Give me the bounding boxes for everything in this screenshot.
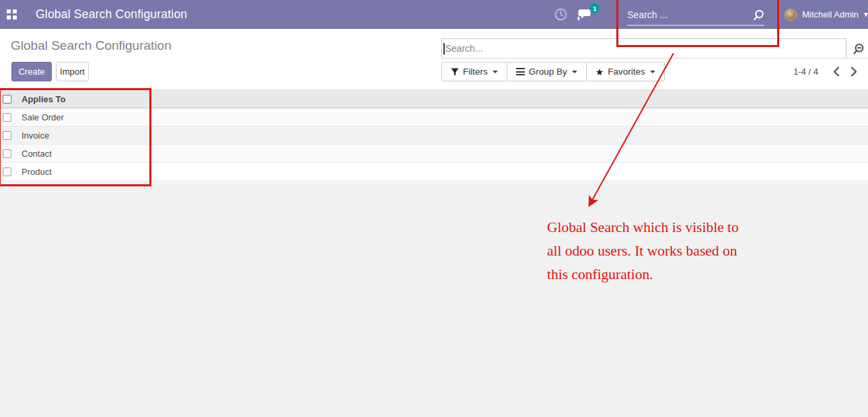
favorites-label: Favorites <box>608 67 645 77</box>
annotation-text: Global Search which is visible to all od… <box>547 216 739 287</box>
user-avatar <box>785 9 797 21</box>
messages-badge: 1 <box>589 3 600 13</box>
list-row-contact[interactable]: Contact <box>0 145 868 163</box>
annotation-line-3: this configuration. <box>547 263 739 287</box>
app-title: Global Search Configuration <box>36 7 187 22</box>
list-search-input[interactable] <box>445 43 846 54</box>
control-panel: Global Search Configuration Create Impor… <box>0 29 868 89</box>
row-checkbox[interactable] <box>3 113 11 122</box>
annotation-line-2: all odoo users. It works based on <box>547 239 739 263</box>
top-navbar: Global Search Configuration 1 <box>0 0 868 29</box>
create-button[interactable]: Create <box>11 62 52 81</box>
favorites-dropdown[interactable]: ★ Favorites <box>586 62 665 81</box>
group-by-dropdown[interactable]: Group By <box>507 62 587 81</box>
row-checkbox[interactable] <box>3 149 11 158</box>
search-filter-buttons: Filters Group By ★ Favorites <box>441 62 665 81</box>
list-view: Applies To Sale Order Invoice Contact Pr… <box>0 89 868 181</box>
group-by-label: Group By <box>529 67 567 77</box>
group-by-bars-icon <box>516 68 525 75</box>
list-row-invoice[interactable]: Invoice <box>0 126 868 145</box>
pager: 1-4 / 4 <box>793 62 863 81</box>
row-checkbox[interactable] <box>3 167 11 176</box>
row-label: Sale Order <box>22 112 64 122</box>
global-search-magnifier-icon[interactable] <box>753 9 764 21</box>
odoo-app-window: Global Search Configuration 1 <box>0 0 868 417</box>
list-search-area <box>441 38 868 59</box>
messages-icon[interactable]: 1 <box>575 0 595 29</box>
user-menu-caret-icon: ▼ <box>863 11 868 18</box>
global-search-input[interactable] <box>627 9 753 20</box>
list-header-row: Applies To <box>0 89 868 108</box>
favorites-star-icon: ★ <box>595 67 604 77</box>
row-label: Invoice <box>22 130 49 141</box>
list-row-product[interactable]: Product <box>0 163 868 181</box>
list-row-sale-order[interactable]: Sale Order <box>0 108 868 126</box>
select-all-checkbox[interactable] <box>3 95 11 104</box>
filter-funnel-icon <box>451 68 459 76</box>
caret-down-icon <box>572 71 577 73</box>
activity-clock-icon[interactable] <box>550 0 571 29</box>
caret-down-icon <box>650 71 655 73</box>
column-header-applies-to: Applies To <box>22 94 65 104</box>
row-checkbox[interactable] <box>3 131 11 140</box>
pager-next-icon[interactable] <box>845 62 863 81</box>
pager-previous-icon[interactable] <box>828 62 845 81</box>
import-button[interactable]: Import <box>56 62 89 81</box>
row-label: Contact <box>22 149 52 159</box>
caret-down-icon <box>493 71 498 73</box>
apps-menu-icon[interactable] <box>7 9 17 20</box>
filters-label: Filters <box>463 67 488 77</box>
user-menu[interactable]: Mitchell Admin ▼ <box>785 9 867 21</box>
pager-range: 1-4 / 4 <box>793 67 818 77</box>
filters-dropdown[interactable]: Filters <box>441 62 507 81</box>
global-search-box <box>614 0 775 29</box>
annotation-line-1: Global Search which is visible to <box>547 216 739 239</box>
user-name: Mitchell Admin <box>802 9 859 20</box>
row-label: Product <box>22 167 52 177</box>
list-search-box <box>441 38 846 59</box>
toggle-search-options-icon[interactable] <box>851 41 867 57</box>
breadcrumb-title: Global Search Configuration <box>11 38 172 53</box>
